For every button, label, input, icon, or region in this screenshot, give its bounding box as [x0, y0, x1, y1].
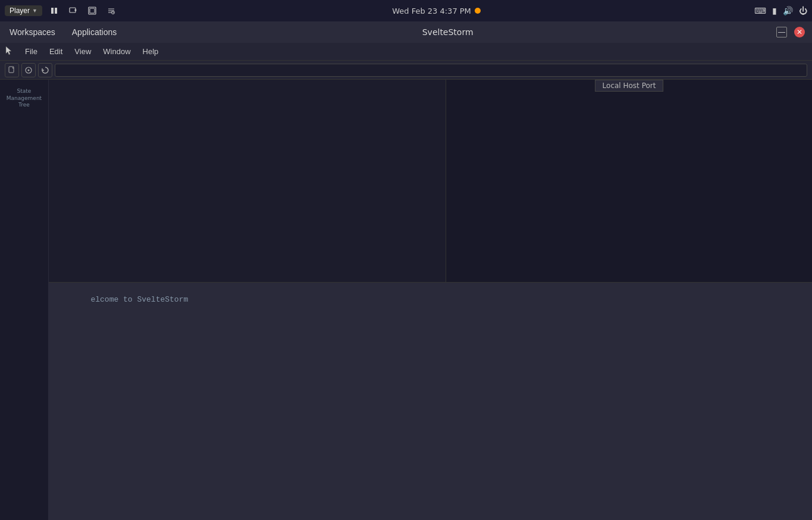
vm-icon-2[interactable] — [85, 5, 99, 16]
top-split: Local Host Port — [49, 80, 812, 282]
help-menu[interactable]: Help — [138, 46, 164, 57]
refresh-icon — [41, 66, 49, 74]
terminal-pane: elcome to SvelteStorm — [49, 282, 812, 520]
power-icon[interactable]: ⏻ — [799, 6, 807, 15]
url-bar[interactable] — [55, 64, 807, 77]
svg-rect-4 — [90, 8, 95, 13]
file-menu[interactable]: File — [20, 46, 42, 57]
system-bar-left: Player ▼ — [5, 5, 118, 16]
toolbar — [0, 61, 812, 80]
app-title: SvelteStorm — [422, 27, 474, 37]
applications-button[interactable]: Applications — [70, 26, 120, 38]
vm-icon-3[interactable] — [104, 5, 118, 16]
editor-pane-inner — [49, 80, 446, 282]
state-management-tree-label[interactable]: State Management Tree — [7, 88, 42, 109]
player-button[interactable]: Player ▼ — [5, 5, 42, 16]
refresh-button[interactable] — [38, 63, 52, 77]
vm-icon-1[interactable] — [66, 5, 80, 16]
window-close-button[interactable]: ✕ — [794, 27, 805, 37]
terminal-text: elcome to SvelteStorm — [49, 283, 812, 317]
pause-icon — [50, 7, 58, 15]
keyboard-icon[interactable]: ⌨ — [754, 6, 766, 15]
view-menu[interactable]: View — [70, 46, 96, 57]
app-title-text: SvelteStorm — [422, 27, 474, 37]
system-bar: Player ▼ — [0, 0, 812, 21]
app-bar-right: — ✕ — [776, 27, 805, 37]
open-file-button[interactable] — [21, 63, 36, 77]
fullscreen-icon — [88, 7, 96, 15]
svg-point-8 — [28, 69, 30, 71]
system-bar-right: ⌨ ▮ 🔊 ⏻ — [754, 6, 807, 15]
settings-vm-icon — [107, 7, 115, 15]
cursor-icon — [5, 45, 13, 56]
new-file-icon — [8, 66, 16, 74]
player-label: Player — [10, 7, 30, 15]
menu-bar: File Edit View Window Help — [0, 43, 812, 61]
svg-rect-1 — [55, 8, 57, 14]
volume-icon[interactable]: 🔊 — [783, 6, 793, 15]
window-minimize-button[interactable]: — — [776, 27, 787, 37]
local-host-port-bar: Local Host Port — [595, 80, 664, 92]
local-host-port-label: Local Host Port — [603, 82, 656, 90]
main-area: State Management Tree Local Host Port el… — [0, 80, 812, 520]
edit-menu[interactable]: Edit — [45, 46, 67, 57]
system-bar-center: Wed Feb 23 4:37 PM — [392, 7, 481, 15]
preview-pane: Local Host Port — [446, 80, 812, 282]
system-datetime: Wed Feb 23 4:37 PM — [392, 7, 471, 15]
battery-icon[interactable]: ▮ — [772, 6, 777, 15]
menu-bar-items: File Edit View Window Help — [20, 46, 163, 57]
svg-rect-0 — [51, 8, 54, 14]
player-dropdown-arrow: ▼ — [32, 8, 37, 14]
menu-cursor-area — [5, 45, 18, 58]
app-bar-left: Workspaces Applications — [7, 26, 119, 38]
workspaces-button[interactable]: Workspaces — [7, 26, 58, 38]
notification-dot — [475, 8, 481, 14]
window-menu[interactable]: Window — [98, 46, 135, 57]
send-to-vm-icon — [69, 7, 77, 15]
pause-button[interactable] — [47, 5, 61, 16]
left-sidebar: State Management Tree — [0, 80, 49, 520]
app-bar: Workspaces Applications SvelteStorm — ✕ — [0, 21, 812, 43]
content-area: Local Host Port elcome to SvelteStorm — [49, 80, 812, 520]
new-file-button[interactable] — [5, 63, 19, 77]
editor-pane[interactable] — [49, 80, 446, 282]
open-icon — [24, 66, 33, 74]
terminal-welcome: elcome to SvelteStorm — [90, 295, 188, 304]
